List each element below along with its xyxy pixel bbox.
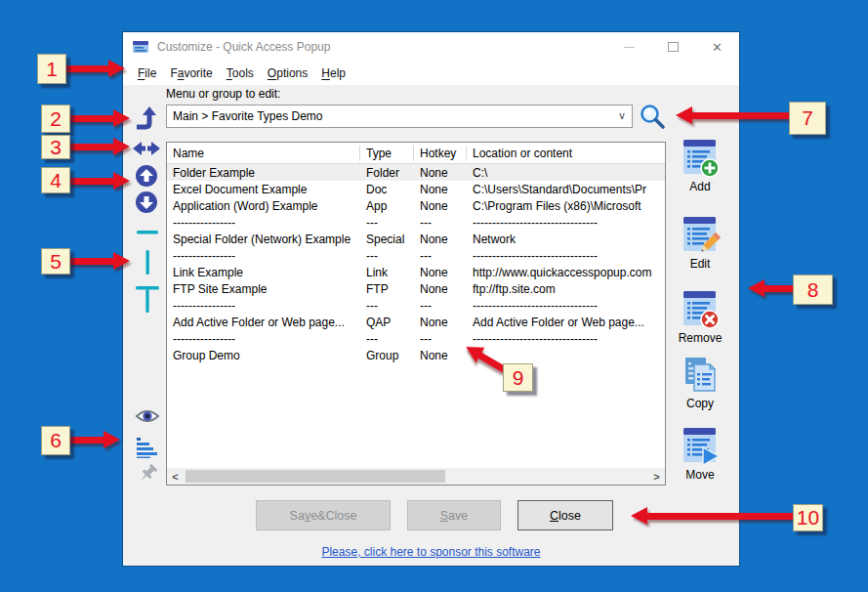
table-cell: C:\ xyxy=(467,166,665,180)
remove-icon xyxy=(680,289,721,330)
table-cell: --- xyxy=(414,216,467,230)
table-cell: None xyxy=(414,266,467,279)
swap-horizontal-icon[interactable] xyxy=(133,140,160,157)
table-cell: None xyxy=(414,199,467,213)
move-button[interactable]: Move xyxy=(675,426,725,482)
favorites-table[interactable]: Name Type Hotkey Location or content Fol… xyxy=(166,142,666,486)
up-level-icon[interactable] xyxy=(135,103,158,130)
separator-line-icon[interactable] xyxy=(137,228,158,237)
close-dialog-button[interactable]: Close xyxy=(517,500,613,530)
table-cell: Folder xyxy=(360,166,414,180)
menu-options[interactable]: Options xyxy=(261,63,314,83)
eye-icon[interactable] xyxy=(135,405,160,427)
menu-favorite[interactable]: Favorite xyxy=(163,63,219,83)
callout-arrow-6 xyxy=(66,431,120,448)
table-row[interactable]: Group DemoGroupNone xyxy=(167,347,665,363)
table-cell: --- xyxy=(414,332,467,346)
table-row[interactable]: Special Folder (Network) ExampleSpecialN… xyxy=(167,231,665,247)
table-cell: App xyxy=(360,199,414,213)
save-button[interactable]: Save xyxy=(407,500,501,530)
callout-arrow-3 xyxy=(68,138,130,155)
menu-group-dropdown[interactable]: Main > Favorite Types Demo ∨ xyxy=(166,105,633,128)
column-header-location[interactable]: Location or content xyxy=(467,146,665,161)
callout-arrow-7 xyxy=(676,106,791,124)
table-cell: FTP xyxy=(360,282,414,296)
copy-icon xyxy=(680,355,721,396)
table-cell: Special Folder (Network) Example xyxy=(167,233,360,246)
scrollbar-thumb[interactable] xyxy=(186,470,445,483)
table-cell: Link Example xyxy=(167,266,360,279)
menubar: File Favorite Tools Options Help xyxy=(123,62,739,85)
column-header-name[interactable]: Name xyxy=(167,146,360,161)
vertical-separator-icon[interactable] xyxy=(137,249,158,275)
table-row[interactable]: Add Active Folder or Web page...QAPNoneA… xyxy=(167,314,665,330)
maximize-button[interactable] xyxy=(651,32,695,62)
search-icon[interactable] xyxy=(639,103,666,130)
column-break-icon[interactable] xyxy=(136,285,159,314)
callout-arrow-8 xyxy=(748,279,795,297)
sort-icon[interactable] xyxy=(137,437,158,458)
move-icon xyxy=(680,426,721,467)
table-cell: None xyxy=(414,316,467,329)
callout-5: 5 xyxy=(41,248,70,275)
callout-arrow-5 xyxy=(68,252,130,270)
remove-button-label: Remove xyxy=(679,331,723,345)
table-row[interactable]: Folder ExampleFolderNoneC:\ xyxy=(167,164,665,181)
table-cell: None xyxy=(414,166,467,180)
copy-button[interactable]: Copy xyxy=(675,355,725,410)
sponsor-link-row: Please, click here to sponsor this softw… xyxy=(123,542,739,560)
chevron-down-icon: ∨ xyxy=(618,109,626,122)
callout-arrow-4 xyxy=(68,172,130,190)
horizontal-scrollbar[interactable]: < > xyxy=(167,468,665,485)
close-icon: ✕ xyxy=(712,41,723,54)
callout-1: 1 xyxy=(37,54,66,84)
menu-file[interactable]: File xyxy=(131,63,163,83)
minimize-button[interactable] xyxy=(607,32,651,62)
column-header-type[interactable]: Type xyxy=(360,146,414,161)
table-cell: QAP xyxy=(360,316,414,329)
column-header-hotkey[interactable]: Hotkey xyxy=(414,146,467,161)
table-row[interactable]: ----------------------------------------… xyxy=(167,214,665,231)
callout-arrow-1 xyxy=(64,60,125,77)
move-down-icon[interactable] xyxy=(136,191,157,213)
table-cell: Application (Word) Example xyxy=(167,199,360,213)
table-cell: None xyxy=(414,349,467,362)
table-cell: Link xyxy=(360,266,414,279)
table-header[interactable]: Name Type Hotkey Location or content xyxy=(167,143,665,164)
table-cell: None xyxy=(414,183,467,196)
sponsor-link[interactable]: Please, click here to sponsor this softw… xyxy=(321,545,540,559)
table-row[interactable]: Application (Word) ExampleAppNoneC:\Prog… xyxy=(167,197,665,214)
close-button[interactable]: ✕ xyxy=(695,32,739,62)
menu-help[interactable]: Help xyxy=(314,63,352,83)
scroll-left-icon[interactable]: < xyxy=(167,471,184,483)
edit-button[interactable]: Edit xyxy=(675,215,725,271)
table-row[interactable]: Excel Document ExampleDocNoneC:\Users\St… xyxy=(167,181,665,197)
table-cell: ftp://ftp.site.com xyxy=(467,282,665,296)
titlebar[interactable]: Customize - Quick Access Popup ✕ xyxy=(123,32,739,62)
table-cell: -------------------------------- xyxy=(467,249,665,263)
table-cell: ---------------- xyxy=(167,299,360,313)
move-up-icon[interactable] xyxy=(136,165,157,187)
table-cell: C:\Program Files (x86)\Microsoft xyxy=(467,199,665,213)
scroll-right-icon[interactable]: > xyxy=(648,471,665,483)
table-cell: None xyxy=(414,282,467,296)
add-button[interactable]: Add xyxy=(675,138,725,193)
pin-icon[interactable] xyxy=(135,464,160,489)
table-row[interactable]: ----------------------------------------… xyxy=(167,247,665,264)
table-row[interactable]: ----------------------------------------… xyxy=(167,330,665,347)
edit-icon xyxy=(680,215,721,256)
menu-tools[interactable]: Tools xyxy=(220,63,261,83)
table-cell: Excel Document Example xyxy=(167,183,360,196)
remove-button[interactable]: Remove xyxy=(675,289,725,345)
table-row[interactable]: ----------------------------------------… xyxy=(167,297,665,314)
table-row[interactable]: Link ExampleLinkNonehttp://www.quickacce… xyxy=(167,264,665,280)
table-row[interactable]: FTP Site ExampleFTPNoneftp://ftp.site.co… xyxy=(167,280,665,297)
table-cell: --- xyxy=(360,299,414,313)
desktop-background: Customize - Quick Access Popup ✕ File Fa… xyxy=(0,0,868,592)
table-cell: Doc xyxy=(360,183,414,196)
table-cell: -------------------------------- xyxy=(467,216,665,230)
table-cell: --- xyxy=(360,332,414,346)
table-cell: -------------------------------- xyxy=(467,299,665,313)
table-cell: ---------------- xyxy=(167,216,360,230)
save-and-close-button[interactable]: Save & Close xyxy=(256,500,391,530)
